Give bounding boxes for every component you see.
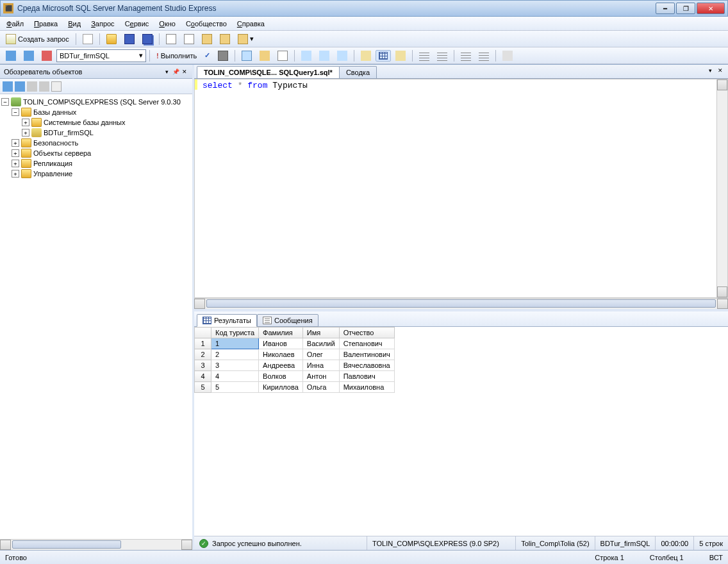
tree-server-objects[interactable]: + Объекты сервера <box>1 148 191 158</box>
cell[interactable]: Андреева <box>259 360 303 371</box>
editor-vscroll[interactable] <box>716 79 727 297</box>
editor-tab-summary[interactable]: Сводка <box>339 66 377 78</box>
menu-query[interactable]: Запрос <box>86 18 119 29</box>
tree-sys-db[interactable]: + Системные базы данных <box>1 117 191 128</box>
column-header[interactable]: Код туриста <box>211 328 259 338</box>
oe-refresh-button[interactable] <box>39 81 49 92</box>
column-header[interactable]: Имя <box>302 328 339 338</box>
expander-icon[interactable]: + <box>12 139 19 147</box>
table-row[interactable]: 44ВолковАнтонПавлович <box>195 371 395 382</box>
expander-icon[interactable]: − <box>12 108 19 116</box>
row-number[interactable]: 2 <box>195 349 211 360</box>
expander-icon[interactable]: + <box>12 149 19 157</box>
column-header[interactable]: Отчество <box>339 328 394 338</box>
tb-btn-9[interactable]: ▾ <box>235 32 257 46</box>
cell[interactable]: Волков <box>259 371 303 382</box>
scroll-left-icon[interactable] <box>0 540 11 550</box>
tree-management[interactable]: + Управление <box>1 169 191 179</box>
scroll-down-icon[interactable] <box>717 286 727 297</box>
tb-q3[interactable] <box>274 49 291 63</box>
expander-icon[interactable]: − <box>1 98 9 106</box>
new-file-button[interactable] <box>79 32 96 46</box>
cell[interactable]: Антон <box>302 371 339 382</box>
cell[interactable]: Вячеславовна <box>339 360 394 371</box>
oe-pin-icon[interactable]: 📌 <box>172 68 179 76</box>
tb-btn-6[interactable] <box>181 32 197 46</box>
cell[interactable]: Михаиловна <box>339 382 394 393</box>
menu-edit[interactable]: Правка <box>29 18 63 29</box>
cell[interactable]: Василий <box>302 338 339 349</box>
cell[interactable]: Ольга <box>302 382 339 393</box>
tab-results[interactable]: Результаты <box>197 314 257 327</box>
new-query-button[interactable]: Создать запрос <box>3 32 72 46</box>
cell[interactable]: 2 <box>211 349 259 360</box>
expander-icon[interactable]: + <box>12 170 19 178</box>
parse-button[interactable]: ✓ <box>201 49 213 62</box>
change-conn-button[interactable] <box>38 49 55 63</box>
scroll-right-icon[interactable] <box>181 540 192 550</box>
oe-dropdown-icon[interactable]: ▾ <box>163 68 170 76</box>
table-row[interactable]: 11ИвановВасилийСтепанович <box>195 338 395 349</box>
tab-close-icon[interactable]: ✕ <box>716 67 724 74</box>
cell[interactable]: 1 <box>211 338 259 349</box>
row-number[interactable]: 4 <box>195 371 211 382</box>
tree-server[interactable]: − TOLIN_COMP\SQLEXPRESS (SQL Server 9.0.… <box>1 97 191 107</box>
tb-q-last[interactable] <box>499 49 516 63</box>
row-number[interactable]: 3 <box>195 360 211 371</box>
execute-button[interactable]: ! Выполнить <box>153 50 200 62</box>
tb-q1[interactable] <box>238 49 255 63</box>
maximize-button[interactable]: ❐ <box>676 3 695 14</box>
expander-icon[interactable]: + <box>12 160 19 167</box>
scroll-thumb[interactable] <box>12 540 121 549</box>
column-header[interactable]: Фамилия <box>259 328 303 338</box>
table-row[interactable]: 55КирилловаОльгаМихаиловна <box>195 382 395 393</box>
database-dropdown[interactable]: BDTur_firmSQL ▾ <box>56 49 146 62</box>
uncomment-button[interactable] <box>434 49 451 63</box>
tb-q5[interactable] <box>316 49 333 63</box>
tb-q2[interactable] <box>256 49 273 63</box>
oe-connect-button[interactable] <box>3 81 13 92</box>
cell[interactable]: 3 <box>211 360 259 371</box>
oe-filter-button[interactable] <box>51 81 62 92</box>
cell[interactable]: Инна <box>302 360 339 371</box>
sql-editor[interactable]: select * from Туристы <box>194 79 728 298</box>
tree-security[interactable]: + Безопасность <box>1 138 191 148</box>
cell[interactable]: Степанович <box>339 338 394 349</box>
tb-q6[interactable] <box>334 49 351 63</box>
oe-stop-button[interactable] <box>27 81 37 92</box>
disconnect-button[interactable] <box>21 49 37 63</box>
oe-disconnect-button[interactable] <box>15 81 25 92</box>
comment-button[interactable] <box>416 49 433 63</box>
cell[interactable]: 5 <box>211 382 259 393</box>
oe-hscroll[interactable] <box>0 539 192 550</box>
tb-btn-5[interactable] <box>163 32 179 46</box>
minimize-button[interactable]: ━ <box>656 3 675 14</box>
cancel-button[interactable] <box>215 49 231 63</box>
close-button[interactable]: ✕ <box>697 3 725 14</box>
row-number[interactable]: 5 <box>195 382 211 393</box>
save-all-button[interactable] <box>139 32 156 46</box>
open-button[interactable] <box>103 32 120 46</box>
tab-messages[interactable]: Сообщения <box>257 314 318 327</box>
scroll-thumb[interactable] <box>206 299 716 308</box>
menu-service[interactable]: Сервис <box>120 18 154 29</box>
scroll-up-icon[interactable] <box>717 79 727 90</box>
cell[interactable]: Павлович <box>339 371 394 382</box>
cell[interactable]: Олег <box>302 349 339 360</box>
expander-icon[interactable]: + <box>22 119 29 126</box>
tree-user-db[interactable]: + BDTur_firmSQL <box>1 128 191 138</box>
results-grid-button[interactable] <box>376 50 391 62</box>
cell[interactable]: Кириллова <box>259 382 303 393</box>
menu-community[interactable]: Сообщество <box>181 18 232 29</box>
row-number[interactable]: 1 <box>195 338 211 349</box>
save-button[interactable] <box>121 32 138 46</box>
cell[interactable]: 4 <box>211 371 259 382</box>
indent-button[interactable] <box>458 49 474 63</box>
tab-menu-icon[interactable]: ▾ <box>706 67 714 74</box>
menu-file[interactable]: Файл <box>1 18 29 29</box>
tb-btn-8[interactable] <box>217 32 233 46</box>
outdent-button[interactable] <box>476 49 492 63</box>
connect-button[interactable] <box>3 49 19 63</box>
results-grid[interactable]: Код туристаФамилияИмяОтчество11ИвановВас… <box>194 327 728 536</box>
menu-view[interactable]: Вид <box>63 18 86 29</box>
